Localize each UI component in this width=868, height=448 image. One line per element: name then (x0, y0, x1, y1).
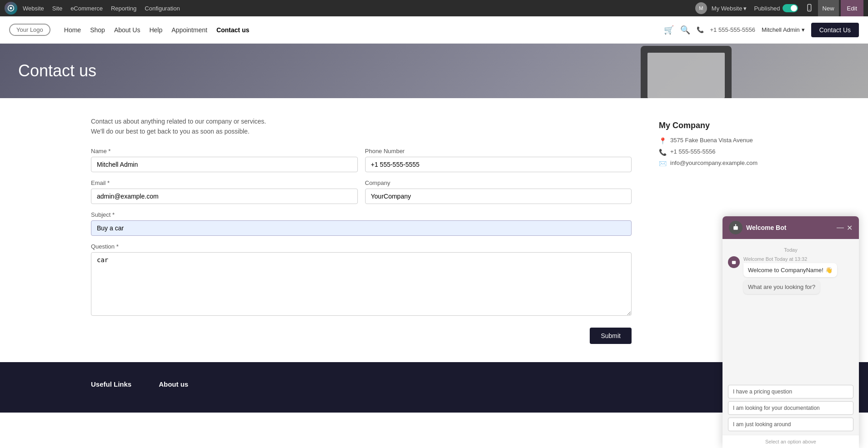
footer-about-us: About us (159, 380, 188, 394)
chat-close-icon[interactable]: ✕ (847, 224, 853, 232)
nav-home[interactable]: Home (64, 26, 81, 34)
subject-group: Subject * (91, 211, 632, 236)
company-address: 3575 Fake Buena Vista Avenue (670, 137, 753, 144)
question-group: Question * car (91, 243, 632, 316)
submit-button[interactable]: Submit (590, 328, 632, 344)
email-group: Email * (91, 179, 358, 204)
chat-option-pricing[interactable]: I have a pricing question (728, 385, 853, 398)
chat-bot-name-time: Welcome Bot Today at 13:32 (743, 256, 853, 262)
edit-button[interactable]: Edit (841, 0, 863, 16)
chat-messages: Today Welcome Bot Today at 13:32 Welcome… (722, 239, 859, 381)
company-email-icon: ✉️ (659, 160, 667, 167)
chat-bubble-2: What are you looking for? (743, 280, 820, 294)
company-address-item: 📍 3575 Fake Buena Vista Avenue (659, 137, 777, 144)
company-phone-item: 📞 +1 555-555-5556 (659, 148, 777, 156)
company-phone-icon: 📞 (659, 149, 667, 156)
odoo-logo[interactable] (5, 2, 17, 15)
phone-label: Phone Number (365, 148, 632, 154)
chat-date-divider: Today (728, 247, 853, 253)
hero-banner: Contact us (0, 44, 868, 98)
svg-point-1 (10, 7, 12, 10)
avatar: M (695, 2, 707, 14)
user-dropdown[interactable]: Mitchell Admin ▾ (762, 26, 805, 33)
company-input[interactable] (365, 189, 632, 204)
my-website-dropdown[interactable]: My Website ▾ (709, 0, 750, 16)
admin-bar-left: Website Site eCommerce Reporting Configu… (5, 0, 695, 16)
toggle-track[interactable] (783, 4, 798, 12)
company-phone: +1 555-555-5556 (670, 148, 715, 155)
admin-bar-website[interactable]: Website (20, 0, 47, 16)
chat-header: Welcome Bot — ✕ (722, 216, 859, 239)
company-email: info@yourcompany.example.com (670, 159, 758, 166)
name-input[interactable] (91, 157, 358, 172)
mobile-preview-icon[interactable] (803, 4, 816, 13)
question-textarea[interactable]: car (91, 252, 632, 316)
admin-bar-right: M My Website ▾ Published New Edit (695, 0, 863, 16)
company-group: Company (365, 179, 632, 204)
footer-useful-title: Useful Links (91, 380, 131, 388)
footer-useful-links: Useful Links (91, 380, 131, 394)
contact-us-nav-button[interactable]: Contact Us (811, 23, 859, 37)
new-button[interactable]: New (818, 0, 839, 16)
published-toggle[interactable]: Published (751, 0, 800, 16)
nav-help[interactable]: Help (149, 26, 162, 34)
email-label: Email * (91, 179, 358, 186)
nav-right: 🛒 🔍 📞 +1 555-555-5556 Mitchell Admin ▾ C… (664, 23, 859, 37)
submit-row: Submit (91, 323, 632, 344)
svg-point-11 (734, 262, 735, 263)
chevron-down-icon: ▾ (743, 5, 747, 12)
hero-title: Contact us (18, 61, 96, 80)
toggle-thumb (791, 5, 797, 11)
name-group: Name * (91, 148, 358, 172)
name-phone-row: Name * Phone Number (91, 148, 632, 172)
nav-links: Home Shop About Us Help Appointment Cont… (64, 26, 664, 34)
admin-bar-ecommerce[interactable]: eCommerce (68, 0, 105, 16)
logo-area: Your Logo (9, 24, 50, 36)
nav-shop[interactable]: Shop (90, 26, 105, 34)
svg-rect-4 (733, 226, 738, 230)
chat-bubble-1: Welcome to CompanyName! 👋 (743, 263, 837, 277)
hero-device-image (641, 46, 732, 98)
footer-about-title: About us (159, 380, 188, 388)
email-company-row: Email * Company (91, 179, 632, 204)
nav-phone: +1 555-555-5556 (710, 26, 755, 33)
chat-bot-avatar (729, 221, 743, 234)
email-input[interactable] (91, 189, 358, 204)
subject-input[interactable] (91, 220, 632, 236)
nav-contact[interactable]: Contact us (216, 26, 249, 34)
chat-body: Today Welcome Bot Today at 13:32 Welcome… (722, 239, 859, 413)
admin-bar-site[interactable]: Site (50, 0, 65, 16)
svg-point-10 (733, 262, 734, 263)
form-description: Contact us about anything related to our… (91, 116, 632, 137)
search-icon[interactable]: 🔍 (680, 25, 690, 35)
nav-appointment[interactable]: Appointment (171, 26, 207, 34)
svg-rect-9 (732, 261, 736, 264)
subject-label: Subject * (91, 211, 632, 218)
chat-minimize-icon[interactable]: — (837, 224, 844, 232)
chat-message-content: Welcome Bot Today at 13:32 Welcome to Co… (743, 256, 853, 294)
svg-point-5 (734, 228, 735, 229)
site-logo[interactable]: Your Logo (9, 24, 50, 36)
cart-icon[interactable]: 🛒 (664, 25, 674, 35)
footer-connect (216, 380, 697, 394)
chat-bot-message: Welcome Bot Today at 13:32 Welcome to Co… (728, 256, 853, 294)
question-label: Question * (91, 243, 632, 250)
phone-input[interactable] (365, 157, 632, 172)
admin-bar-configuration[interactable]: Configuration (142, 0, 182, 16)
contact-form-section: Contact us about anything related to our… (91, 116, 632, 344)
chat-header-actions: — ✕ (837, 224, 853, 232)
chat-options: I have a pricing question I am looking f… (722, 381, 859, 413)
location-icon: 📍 (659, 137, 667, 144)
svg-point-6 (736, 228, 737, 229)
admin-bar-reporting[interactable]: Reporting (108, 0, 139, 16)
chat-message-avatar (728, 256, 740, 268)
user-chevron-icon: ▾ (802, 26, 805, 33)
phone-icon: 📞 (697, 26, 704, 33)
chat-title: Welcome Bot (746, 224, 833, 231)
nav-about[interactable]: About Us (114, 26, 140, 34)
chat-option-docs[interactable]: I am looking for your documentation (728, 401, 853, 413)
site-navigation: Your Logo Home Shop About Us Help Appoin… (0, 16, 868, 44)
svg-point-8 (735, 224, 736, 225)
phone-group: Phone Number (365, 148, 632, 172)
company-label: Company (365, 179, 632, 186)
